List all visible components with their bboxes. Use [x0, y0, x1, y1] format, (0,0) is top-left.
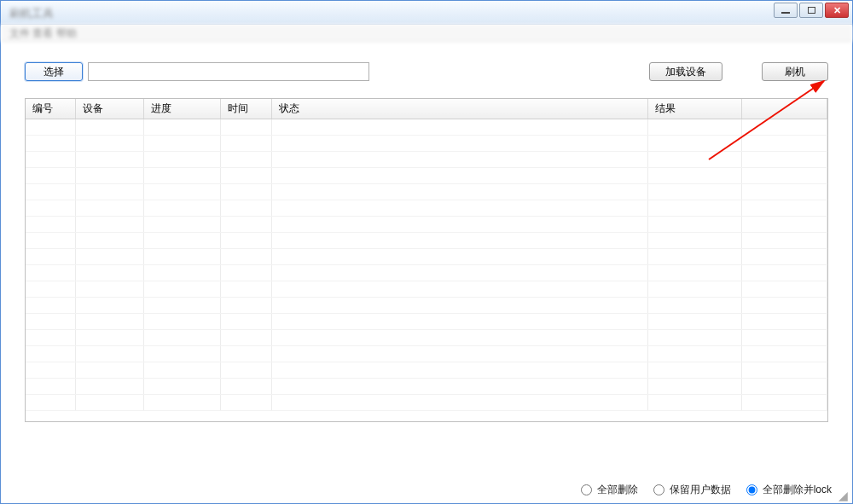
menubar[interactable]: 文件 查看 帮助	[1, 25, 852, 42]
table-row[interactable]	[26, 379, 827, 395]
table-row[interactable]	[26, 249, 827, 265]
table-row[interactable]	[26, 168, 827, 184]
col-header-extra[interactable]	[742, 99, 827, 119]
table-cell	[26, 265, 75, 281]
table-cell	[143, 217, 220, 233]
table-row[interactable]	[26, 330, 827, 346]
select-button[interactable]: 选择	[25, 62, 83, 81]
table-cell	[648, 233, 742, 249]
radio-keep-userdata[interactable]: 保留用户数据	[653, 483, 731, 497]
table-row[interactable]	[26, 362, 827, 379]
table-cell	[220, 330, 271, 346]
col-header-status[interactable]: 状态	[271, 99, 648, 119]
col-header-device[interactable]: 设备	[75, 99, 143, 119]
table-cell	[26, 362, 75, 379]
table-cell	[143, 152, 220, 168]
table-cell	[26, 298, 75, 314]
radio-delete-all[interactable]: 全部删除	[581, 483, 638, 497]
table-row[interactable]	[26, 314, 827, 330]
close-button[interactable]: ✕	[825, 3, 849, 18]
table-cell	[742, 168, 827, 184]
table-cell	[220, 119, 271, 136]
radio-delete-lock[interactable]: 全部删除并lock	[746, 483, 832, 497]
table-cell	[220, 265, 271, 281]
flash-button[interactable]: 刷机	[762, 62, 828, 81]
table-cell	[143, 233, 220, 249]
table-cell	[75, 200, 143, 217]
table-cell	[742, 362, 827, 379]
col-header-result[interactable]: 结果	[648, 99, 742, 119]
resize-grip[interactable]: ◢	[838, 490, 850, 501]
table-cell	[143, 395, 220, 411]
device-table-container: 编号 设备 进度 时间 状态 结果	[25, 98, 828, 422]
table-cell	[271, 119, 648, 136]
table-cell	[143, 281, 220, 298]
table-row[interactable]	[26, 395, 827, 411]
table-cell	[26, 395, 75, 411]
table-row[interactable]	[26, 136, 827, 152]
table-cell	[75, 249, 143, 265]
table-cell	[271, 184, 648, 200]
table-row[interactable]	[26, 233, 827, 249]
table-cell	[143, 136, 220, 152]
table-cell	[75, 298, 143, 314]
table-cell	[143, 346, 220, 362]
table-row[interactable]	[26, 217, 827, 233]
table-cell	[648, 136, 742, 152]
minimize-button[interactable]	[774, 3, 798, 18]
table-cell	[143, 168, 220, 184]
table-row[interactable]	[26, 346, 827, 362]
table-cell	[271, 136, 648, 152]
table-cell	[220, 395, 271, 411]
col-header-time[interactable]: 时间	[220, 99, 271, 119]
load-devices-button[interactable]: 加载设备	[649, 62, 722, 81]
maximize-button[interactable]	[799, 3, 823, 18]
table-cell	[648, 362, 742, 379]
table-row[interactable]	[26, 200, 827, 217]
table-cell	[271, 168, 648, 184]
table-cell	[143, 265, 220, 281]
table-cell	[742, 298, 827, 314]
table-cell	[271, 395, 648, 411]
path-input[interactable]	[88, 62, 369, 81]
table-cell	[26, 314, 75, 330]
table-cell	[143, 249, 220, 265]
table-row[interactable]	[26, 152, 827, 168]
table-row[interactable]	[26, 281, 827, 298]
table-cell	[742, 330, 827, 346]
table-cell	[26, 136, 75, 152]
col-header-no[interactable]: 编号	[26, 99, 75, 119]
table-cell	[271, 362, 648, 379]
table-cell	[648, 395, 742, 411]
table-row[interactable]	[26, 265, 827, 281]
table-cell	[75, 265, 143, 281]
col-header-progress[interactable]: 进度	[143, 99, 220, 119]
table-cell	[742, 152, 827, 168]
table-cell	[75, 330, 143, 346]
table-cell	[742, 184, 827, 200]
table-row[interactable]	[26, 184, 827, 200]
radio-delete-lock-input[interactable]	[746, 484, 757, 495]
table-cell	[271, 298, 648, 314]
table-cell	[271, 379, 648, 395]
table-cell	[75, 346, 143, 362]
minimize-icon	[781, 12, 790, 14]
table-cell	[143, 184, 220, 200]
radio-keep-userdata-input[interactable]	[653, 484, 664, 495]
window-controls: ✕	[774, 3, 849, 18]
table-cell	[75, 119, 143, 136]
table-cell	[220, 168, 271, 184]
table-row[interactable]	[26, 298, 827, 314]
table-cell	[75, 379, 143, 395]
radio-delete-lock-label: 全部删除并lock	[763, 483, 832, 497]
table-cell	[648, 200, 742, 217]
table-row[interactable]	[26, 119, 827, 136]
table-cell	[75, 362, 143, 379]
radio-delete-all-input[interactable]	[581, 484, 592, 495]
table-cell	[271, 217, 648, 233]
table-cell	[271, 233, 648, 249]
table-cell	[648, 217, 742, 233]
table-cell	[220, 281, 271, 298]
table-cell	[648, 119, 742, 136]
table-cell	[75, 184, 143, 200]
